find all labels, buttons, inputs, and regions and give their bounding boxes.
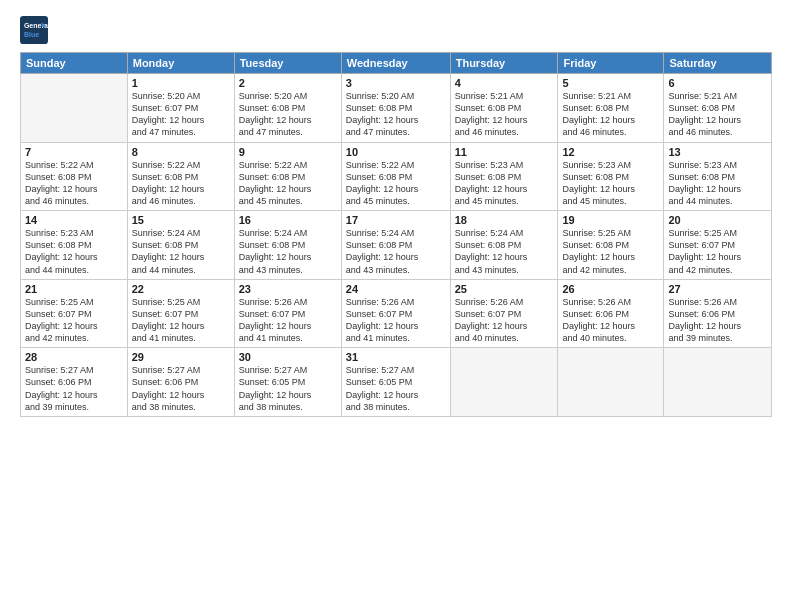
- day-info: Sunrise: 5:22 AMSunset: 6:08 PMDaylight:…: [132, 159, 230, 208]
- day-number: 18: [455, 214, 554, 226]
- calendar-cell: 26Sunrise: 5:26 AMSunset: 6:06 PMDayligh…: [558, 279, 664, 348]
- day-info: Sunrise: 5:25 AMSunset: 6:07 PMDaylight:…: [668, 227, 767, 276]
- day-number: 29: [132, 351, 230, 363]
- weekday-header-row: SundayMondayTuesdayWednesdayThursdayFrid…: [21, 53, 772, 74]
- day-number: 7: [25, 146, 123, 158]
- calendar-cell: 31Sunrise: 5:27 AMSunset: 6:05 PMDayligh…: [341, 348, 450, 417]
- calendar-cell: 15Sunrise: 5:24 AMSunset: 6:08 PMDayligh…: [127, 211, 234, 280]
- day-number: 11: [455, 146, 554, 158]
- day-number: 9: [239, 146, 337, 158]
- calendar-cell: 25Sunrise: 5:26 AMSunset: 6:07 PMDayligh…: [450, 279, 558, 348]
- calendar-week-5: 28Sunrise: 5:27 AMSunset: 6:06 PMDayligh…: [21, 348, 772, 417]
- day-info: Sunrise: 5:21 AMSunset: 6:08 PMDaylight:…: [562, 90, 659, 139]
- calendar-cell: 28Sunrise: 5:27 AMSunset: 6:06 PMDayligh…: [21, 348, 128, 417]
- day-number: 13: [668, 146, 767, 158]
- weekday-tuesday: Tuesday: [234, 53, 341, 74]
- calendar-cell: [558, 348, 664, 417]
- calendar-table: SundayMondayTuesdayWednesdayThursdayFrid…: [20, 52, 772, 417]
- calendar-cell: 11Sunrise: 5:23 AMSunset: 6:08 PMDayligh…: [450, 142, 558, 211]
- day-info: Sunrise: 5:21 AMSunset: 6:08 PMDaylight:…: [668, 90, 767, 139]
- calendar-cell: [664, 348, 772, 417]
- logo-icon: General Blue: [20, 16, 48, 44]
- calendar-cell: 21Sunrise: 5:25 AMSunset: 6:07 PMDayligh…: [21, 279, 128, 348]
- day-number: 2: [239, 77, 337, 89]
- calendar-cell: 29Sunrise: 5:27 AMSunset: 6:06 PMDayligh…: [127, 348, 234, 417]
- day-number: 15: [132, 214, 230, 226]
- day-info: Sunrise: 5:22 AMSunset: 6:08 PMDaylight:…: [239, 159, 337, 208]
- day-number: 21: [25, 283, 123, 295]
- header: General Blue: [20, 16, 772, 44]
- day-info: Sunrise: 5:27 AMSunset: 6:05 PMDaylight:…: [239, 364, 337, 413]
- calendar-week-1: 1Sunrise: 5:20 AMSunset: 6:07 PMDaylight…: [21, 74, 772, 143]
- day-info: Sunrise: 5:24 AMSunset: 6:08 PMDaylight:…: [346, 227, 446, 276]
- calendar-cell: 8Sunrise: 5:22 AMSunset: 6:08 PMDaylight…: [127, 142, 234, 211]
- weekday-saturday: Saturday: [664, 53, 772, 74]
- day-info: Sunrise: 5:26 AMSunset: 6:07 PMDaylight:…: [346, 296, 446, 345]
- day-info: Sunrise: 5:27 AMSunset: 6:06 PMDaylight:…: [25, 364, 123, 413]
- day-number: 12: [562, 146, 659, 158]
- calendar-cell: 4Sunrise: 5:21 AMSunset: 6:08 PMDaylight…: [450, 74, 558, 143]
- day-number: 16: [239, 214, 337, 226]
- weekday-sunday: Sunday: [21, 53, 128, 74]
- weekday-thursday: Thursday: [450, 53, 558, 74]
- day-number: 6: [668, 77, 767, 89]
- calendar-cell: 20Sunrise: 5:25 AMSunset: 6:07 PMDayligh…: [664, 211, 772, 280]
- calendar-cell: 6Sunrise: 5:21 AMSunset: 6:08 PMDaylight…: [664, 74, 772, 143]
- day-number: 19: [562, 214, 659, 226]
- day-number: 23: [239, 283, 337, 295]
- day-number: 22: [132, 283, 230, 295]
- calendar-cell: 23Sunrise: 5:26 AMSunset: 6:07 PMDayligh…: [234, 279, 341, 348]
- calendar-cell: [450, 348, 558, 417]
- day-number: 27: [668, 283, 767, 295]
- calendar-cell: [21, 74, 128, 143]
- day-info: Sunrise: 5:26 AMSunset: 6:07 PMDaylight:…: [239, 296, 337, 345]
- calendar-cell: 24Sunrise: 5:26 AMSunset: 6:07 PMDayligh…: [341, 279, 450, 348]
- day-number: 28: [25, 351, 123, 363]
- calendar-cell: 30Sunrise: 5:27 AMSunset: 6:05 PMDayligh…: [234, 348, 341, 417]
- calendar-cell: 19Sunrise: 5:25 AMSunset: 6:08 PMDayligh…: [558, 211, 664, 280]
- day-info: Sunrise: 5:24 AMSunset: 6:08 PMDaylight:…: [455, 227, 554, 276]
- calendar-week-2: 7Sunrise: 5:22 AMSunset: 6:08 PMDaylight…: [21, 142, 772, 211]
- calendar-cell: 3Sunrise: 5:20 AMSunset: 6:08 PMDaylight…: [341, 74, 450, 143]
- calendar-cell: 5Sunrise: 5:21 AMSunset: 6:08 PMDaylight…: [558, 74, 664, 143]
- day-info: Sunrise: 5:20 AMSunset: 6:08 PMDaylight:…: [239, 90, 337, 139]
- svg-text:Blue: Blue: [24, 31, 39, 38]
- calendar-cell: 14Sunrise: 5:23 AMSunset: 6:08 PMDayligh…: [21, 211, 128, 280]
- calendar-cell: 17Sunrise: 5:24 AMSunset: 6:08 PMDayligh…: [341, 211, 450, 280]
- day-number: 1: [132, 77, 230, 89]
- calendar-cell: 10Sunrise: 5:22 AMSunset: 6:08 PMDayligh…: [341, 142, 450, 211]
- day-info: Sunrise: 5:22 AMSunset: 6:08 PMDaylight:…: [25, 159, 123, 208]
- day-info: Sunrise: 5:22 AMSunset: 6:08 PMDaylight:…: [346, 159, 446, 208]
- day-info: Sunrise: 5:24 AMSunset: 6:08 PMDaylight:…: [132, 227, 230, 276]
- day-info: Sunrise: 5:25 AMSunset: 6:08 PMDaylight:…: [562, 227, 659, 276]
- day-info: Sunrise: 5:24 AMSunset: 6:08 PMDaylight:…: [239, 227, 337, 276]
- day-info: Sunrise: 5:21 AMSunset: 6:08 PMDaylight:…: [455, 90, 554, 139]
- calendar-cell: 12Sunrise: 5:23 AMSunset: 6:08 PMDayligh…: [558, 142, 664, 211]
- day-number: 14: [25, 214, 123, 226]
- day-number: 24: [346, 283, 446, 295]
- day-number: 30: [239, 351, 337, 363]
- day-info: Sunrise: 5:23 AMSunset: 6:08 PMDaylight:…: [668, 159, 767, 208]
- day-info: Sunrise: 5:25 AMSunset: 6:07 PMDaylight:…: [132, 296, 230, 345]
- calendar-cell: 18Sunrise: 5:24 AMSunset: 6:08 PMDayligh…: [450, 211, 558, 280]
- day-number: 25: [455, 283, 554, 295]
- calendar-cell: 1Sunrise: 5:20 AMSunset: 6:07 PMDaylight…: [127, 74, 234, 143]
- calendar-cell: 27Sunrise: 5:26 AMSunset: 6:06 PMDayligh…: [664, 279, 772, 348]
- day-number: 5: [562, 77, 659, 89]
- day-number: 8: [132, 146, 230, 158]
- weekday-wednesday: Wednesday: [341, 53, 450, 74]
- page: General Blue SundayMondayTuesdayWednesda…: [0, 0, 792, 612]
- logo: General Blue: [20, 16, 50, 44]
- day-number: 17: [346, 214, 446, 226]
- day-number: 10: [346, 146, 446, 158]
- day-info: Sunrise: 5:26 AMSunset: 6:06 PMDaylight:…: [562, 296, 659, 345]
- day-number: 26: [562, 283, 659, 295]
- calendar-cell: 7Sunrise: 5:22 AMSunset: 6:08 PMDaylight…: [21, 142, 128, 211]
- day-number: 3: [346, 77, 446, 89]
- weekday-monday: Monday: [127, 53, 234, 74]
- calendar-week-4: 21Sunrise: 5:25 AMSunset: 6:07 PMDayligh…: [21, 279, 772, 348]
- calendar-cell: 16Sunrise: 5:24 AMSunset: 6:08 PMDayligh…: [234, 211, 341, 280]
- day-info: Sunrise: 5:23 AMSunset: 6:08 PMDaylight:…: [455, 159, 554, 208]
- day-info: Sunrise: 5:26 AMSunset: 6:07 PMDaylight:…: [455, 296, 554, 345]
- calendar-cell: 22Sunrise: 5:25 AMSunset: 6:07 PMDayligh…: [127, 279, 234, 348]
